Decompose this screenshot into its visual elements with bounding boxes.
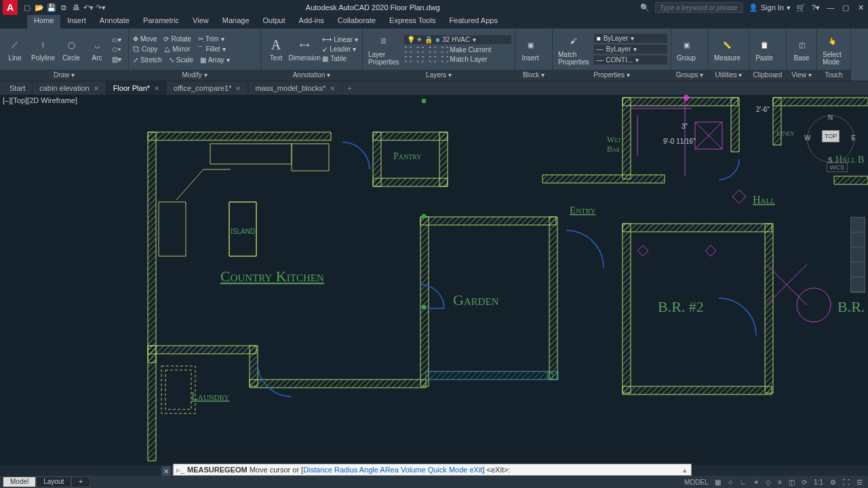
match-layer-button[interactable]: ⛶ Match Layer (440, 55, 489, 64)
drawing-viewport[interactable]: [–][Top][2D Wireframe] (0, 95, 868, 465)
panel-layers-title[interactable]: Layers ▾ (363, 70, 515, 81)
status-ortho-icon[interactable]: ∟ (738, 479, 748, 486)
search-input[interactable] (655, 2, 743, 13)
move-button[interactable]: ✥ Move (132, 35, 158, 43)
layer-tool-1[interactable]: ⛶ (403, 45, 413, 54)
cmd-opt-area[interactable]: ARea (380, 466, 399, 474)
circle-button[interactable]: ◯Circle (59, 35, 83, 63)
close-tab-icon[interactable]: ✕ (330, 85, 335, 92)
status-cycle-icon[interactable]: ⟳ (800, 479, 808, 486)
status-grid-icon[interactable]: ▦ (713, 479, 722, 486)
trim-button[interactable]: ✂ Trim ▾ (197, 35, 226, 43)
make-current-button[interactable]: ⛶ Make Current (440, 45, 493, 54)
status-snap-icon[interactable]: ⊹ (726, 479, 734, 486)
layer-dropdown[interactable]: 💡 ☀ 🔒 ■ 32 HVAC ▾ (403, 35, 512, 45)
group-button[interactable]: ▣Group (674, 35, 698, 63)
tab-manage[interactable]: Manage (216, 15, 256, 28)
tab-view[interactable]: View (186, 15, 216, 28)
status-gear-icon[interactable]: ⚙ (829, 479, 837, 486)
rotate-button[interactable]: ⟳ Rotate (162, 35, 192, 43)
rect-button[interactable]: ▭▾ (111, 35, 123, 44)
layer-tool-4[interactable]: ⛶ (403, 55, 413, 64)
panel-prop-title[interactable]: Properties ▾ (553, 70, 671, 81)
tab-express[interactable]: Express Tools (382, 15, 442, 28)
cmd-opt-exit[interactable]: eXit (469, 466, 482, 474)
tab-output[interactable]: Output (256, 15, 292, 28)
nav-zoom-icon[interactable] (851, 247, 865, 262)
status-transp-icon[interactable]: ◫ (787, 479, 796, 486)
drawing-canvas[interactable]: Pantry ISLAND Country Kitchen Garden Lau… (0, 95, 868, 465)
paste-button[interactable]: 📋Paste (752, 35, 776, 63)
layer-properties-button[interactable]: ☰Layer Properties (366, 32, 402, 67)
file-tab-cabin[interactable]: cabin elevation✕ (33, 81, 106, 95)
viewcube[interactable]: TOP N S E W (807, 115, 854, 163)
fillet-button[interactable]: ⌒ Fillet ▾ (195, 44, 226, 55)
tab-parametric[interactable]: Parametric (136, 15, 186, 28)
close-tab-icon[interactable]: ✕ (154, 85, 159, 92)
file-tab-office[interactable]: office_compare1*✕ (167, 81, 248, 95)
tab-addins[interactable]: Add-ins (292, 15, 331, 28)
polyline-button[interactable]: ⌇Polyline (28, 35, 58, 63)
panel-modify-title[interactable]: Modify ▾ (129, 70, 260, 81)
copy-button[interactable]: ⿻ Copy (132, 44, 159, 55)
status-max-icon[interactable]: ⛶ (842, 479, 851, 486)
maximize-icon[interactable]: ▢ (841, 3, 850, 12)
cmd-opt-distance[interactable]: Distance (303, 466, 332, 474)
status-scale[interactable]: 1:1 (812, 479, 825, 486)
file-tab-mass[interactable]: mass_model_blocks*✕ (248, 81, 342, 95)
qat-undo-icon[interactable]: ↶▾ (83, 2, 94, 13)
qat-redo-icon[interactable]: ↷▾ (95, 2, 106, 13)
cmd-opt-radius[interactable]: Radius (334, 466, 357, 474)
new-tab-button[interactable]: + (342, 81, 356, 95)
layer-tool-5[interactable]: ⛶ (416, 55, 425, 64)
close-tab-icon[interactable]: ✕ (235, 85, 241, 92)
nav-pan-icon[interactable] (851, 232, 865, 247)
sign-in-button[interactable]: 👤 Sign In ▾ (749, 3, 791, 12)
select-mode-button[interactable]: 👆Select Mode (820, 32, 844, 67)
layout-tab-add[interactable]: + (71, 476, 90, 487)
panel-util-title[interactable]: Utilities ▾ (709, 70, 749, 81)
insert-button[interactable]: ▣Insert (518, 35, 542, 63)
layer-tool-6[interactable]: ⛶ (428, 55, 437, 64)
mirror-button[interactable]: ⧋ Mirror (163, 44, 191, 55)
panel-view-title[interactable]: View ▾ (787, 70, 816, 81)
qat-save-icon[interactable]: 💾 (46, 2, 57, 13)
nav-orbit-icon[interactable] (851, 262, 865, 277)
panel-clip-title[interactable]: Clipboard (749, 70, 786, 81)
table-button[interactable]: ▦ Table (321, 54, 359, 63)
close-icon[interactable]: ✕ (856, 3, 865, 12)
help-icon[interactable]: ?▾ (811, 3, 821, 12)
status-model[interactable]: MODEL (683, 479, 710, 486)
layout-tab-layout[interactable]: Layout (36, 476, 71, 487)
viewcube-face[interactable]: TOP (822, 130, 840, 142)
qat-new-icon[interactable]: ▢ (22, 2, 33, 13)
viewcube-e[interactable]: E (851, 134, 856, 142)
cmd-opt-volume[interactable]: Volume (401, 466, 426, 474)
viewcube-n[interactable]: N (828, 114, 833, 121)
qat-saveas-icon[interactable]: ⧉ (58, 2, 69, 13)
hatch-button[interactable]: ▨▾ (111, 55, 123, 64)
arc-button[interactable]: ◡Arc (85, 35, 109, 63)
status-custom-icon[interactable]: ☰ (855, 479, 864, 486)
viewcube-w[interactable]: W (804, 134, 810, 142)
ellipse-button[interactable]: ⬭▾ (111, 45, 123, 54)
array-button[interactable]: ▦ Array ▾ (199, 56, 231, 64)
layout-tab-model[interactable]: Model (3, 476, 36, 487)
cmd-expand-icon[interactable]: ▴ (679, 466, 691, 474)
qat-plot-icon[interactable]: 🖶 (71, 2, 81, 13)
layer-tool-2[interactable]: ⛶ (416, 45, 425, 54)
match-properties-button[interactable]: 🖌Match Properties (555, 32, 592, 67)
status-osnap-icon[interactable]: ◇ (764, 479, 772, 486)
dimension-button[interactable]: ⟷Dimension (290, 35, 319, 63)
panel-groups-title[interactable]: Groups ▾ (671, 70, 708, 81)
qat-open-icon[interactable]: 📂 (34, 2, 45, 13)
command-line[interactable]: ▹_ MEASUREGEOM Move cursor or [Distance … (173, 464, 692, 476)
layer-tool-3[interactable]: ⛶ (428, 45, 437, 54)
color-dropdown[interactable]: ■ ByLayer ▾ (593, 33, 668, 43)
tab-home[interactable]: Home (27, 15, 60, 28)
exchange-icon[interactable]: 🛒 (796, 3, 806, 12)
linear-button[interactable]: ⟷ Linear ▾ (321, 35, 359, 44)
minimize-icon[interactable]: — (826, 3, 835, 12)
scale-button[interactable]: ⤡ Scale (167, 56, 195, 64)
text-button[interactable]: AText (264, 35, 288, 63)
